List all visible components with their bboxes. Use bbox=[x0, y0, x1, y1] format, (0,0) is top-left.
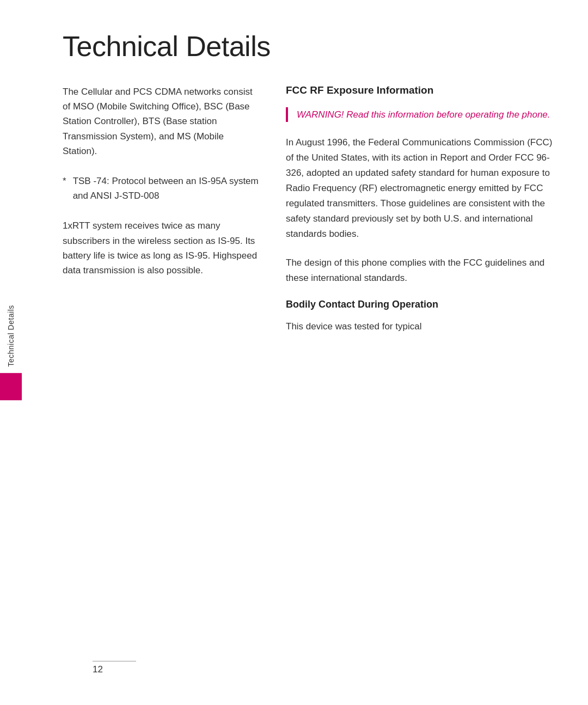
paragraph1: In August 1996, the Federal Communicatio… bbox=[286, 135, 555, 242]
right-column: FCC RF Exposure Information WARNING! Rea… bbox=[286, 84, 555, 705]
content-wrapper: Technical Details The Cellular and PCS C… bbox=[30, 0, 588, 705]
warning-text: WARNING! Read this information before op… bbox=[297, 107, 555, 122]
bullet-star: * bbox=[63, 174, 66, 203]
page-number: 12 bbox=[93, 664, 103, 675]
sidebar-label: Technical Details bbox=[7, 305, 15, 367]
sub-heading: Bodily Contact During Operation bbox=[286, 299, 555, 310]
bottom-bar: 12 bbox=[60, 664, 588, 675]
bullet-item: * TSB -74: Protocol between an IS-95A sy… bbox=[63, 174, 259, 203]
section-heading: FCC RF Exposure Information bbox=[286, 84, 555, 96]
page-container: Technical Details Technical Details The … bbox=[0, 0, 588, 705]
page-title: Technical Details bbox=[30, 0, 588, 84]
bottom-line bbox=[93, 661, 136, 661]
paragraph2: The design of this phone complies with t… bbox=[286, 255, 555, 286]
warning-block: WARNING! Read this information before op… bbox=[286, 107, 555, 122]
sidebar: Technical Details bbox=[0, 305, 22, 401]
bullet-content: TSB -74: Protocol between an IS-95A syst… bbox=[73, 174, 259, 203]
left-column: The Cellular and PCS CDMA networks consi… bbox=[63, 84, 259, 705]
paragraph3: This device was tested for typical bbox=[286, 319, 555, 334]
intro-text: The Cellular and PCS CDMA networks consi… bbox=[63, 84, 259, 158]
sidebar-accent bbox=[0, 373, 22, 400]
two-column-layout: The Cellular and PCS CDMA networks consi… bbox=[30, 84, 588, 705]
body-text: 1xRTT system receives twice as many subs… bbox=[63, 218, 259, 278]
